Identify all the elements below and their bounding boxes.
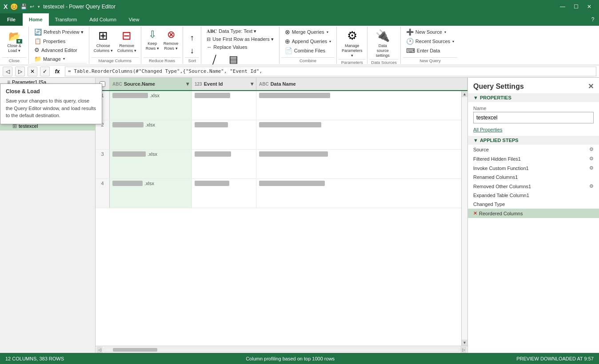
remove-rows-button[interactable]: ⊗ RemoveRows ▾ (162, 28, 180, 52)
query-settings-header: Query Settings ✕ (468, 78, 599, 93)
col-header-data-name[interactable]: ABC Data Name (256, 78, 467, 90)
collapse-steps-icon[interactable]: ▼ (473, 138, 478, 143)
nav-forward-button[interactable]: ▷ (15, 67, 25, 76)
nav-back-button[interactable]: ◁ (3, 67, 12, 76)
formula-confirm-button[interactable]: ✓ (40, 67, 50, 76)
cell-dataname-1[interactable] (256, 91, 467, 120)
col-header-source-name[interactable]: ABC Source.Name ▾ (110, 78, 192, 90)
scroll-down-arrow[interactable]: ▼ (462, 340, 468, 346)
cell-dataname-3[interactable] (256, 150, 467, 178)
manage-params-button[interactable]: ⚙ ManageParameters ▾ (339, 28, 364, 59)
recent-sources-button[interactable]: 🕐 Recent Sources ▾ (403, 37, 457, 46)
query-settings-close-button[interactable]: ✕ (588, 82, 594, 91)
cell-dataname-2[interactable] (256, 120, 467, 149)
step-filtered-label: Filtered Hidden Files1 (473, 156, 521, 162)
merge-queries-button[interactable]: ⊗ Merge Queries ▾ (282, 28, 331, 36)
step-invoke-gear[interactable]: ⚙ (589, 165, 594, 171)
col-filter-eventid[interactable]: ▾ (251, 81, 253, 87)
step-expanded-table[interactable]: Expanded Table Column1 (468, 191, 599, 200)
remove-columns-button[interactable]: ⊟ RemoveColumns ▾ (116, 28, 138, 55)
formula-cancel-button[interactable]: ✕ (28, 67, 37, 76)
tab-file[interactable]: File (0, 13, 23, 26)
step-filtered-gear[interactable]: ⚙ (589, 156, 594, 162)
step-source-gear[interactable]: ⚙ (589, 146, 594, 152)
quick-dropdown[interactable]: ▼ (37, 5, 40, 9)
col-filter-source[interactable]: ▾ (186, 81, 189, 87)
group-by-button[interactable]: ▤ GroupBy (226, 52, 242, 65)
replace-values-icon: ↔ (207, 44, 212, 50)
table-row: 4 .xlsx (96, 179, 467, 208)
tab-transform[interactable]: Transform (49, 13, 84, 26)
vertical-scrollbar[interactable]: ▲ ▼ (461, 91, 467, 346)
choose-columns-button[interactable]: ⊞ ChooseColumns ▾ (92, 28, 115, 55)
query-name-input[interactable] (473, 112, 594, 123)
new-source-button[interactable]: ➕ New Source ▾ (403, 28, 449, 36)
scroll-right-arrow[interactable]: ▷ (460, 347, 467, 353)
replace-values-button[interactable]: ↔ Replace Values (204, 44, 250, 51)
all-properties-link[interactable]: All Properties (468, 127, 599, 136)
collapse-properties-icon[interactable]: ▼ (473, 95, 478, 100)
close-button[interactable]: ✕ (583, 0, 595, 13)
data-grid: ABC Source.Name ▾ 123 Event Id ▾ ABC Dat… (96, 78, 467, 353)
tab-view[interactable]: View (123, 13, 146, 26)
quick-undo[interactable]: ↩ (30, 4, 34, 10)
minimize-button[interactable]: — (556, 0, 569, 13)
sort-asc-button[interactable]: ↑ (186, 32, 198, 44)
help-icon[interactable]: ? (587, 13, 599, 26)
enter-data-button[interactable]: ⌨ Enter Data (403, 46, 443, 55)
cell-eventid-4[interactable] (192, 179, 256, 208)
append-queries-button[interactable]: ⊕ Append Queries ▾ (282, 37, 334, 46)
data-source-settings-button[interactable]: 🔌 Data sourcesettings (370, 28, 395, 59)
cell-source-1[interactable]: .xlsx (110, 91, 192, 120)
split-column-button[interactable]: ⧸ SplitColumn ▾ (204, 52, 225, 65)
properties-label: Properties (43, 39, 65, 44)
advanced-editor-button[interactable]: ⚙ Advanced Editor (32, 46, 80, 54)
refresh-preview-button[interactable]: 🔄 Refresh Preview ▾ (32, 28, 86, 36)
cell-eventid-1[interactable] (192, 91, 256, 120)
step-changed-type[interactable]: Changed Type (468, 200, 599, 209)
cell-eventid-2[interactable] (192, 120, 256, 149)
step-filtered-hidden[interactable]: Filtered Hidden Files1 ⚙ (468, 154, 599, 163)
manage-button[interactable]: 📁 Manage ▾ (32, 55, 68, 63)
step-removed-other[interactable]: Removed Other Columns1 ⚙ (468, 182, 599, 191)
append-dropdown-icon: ▾ (329, 40, 331, 44)
step-invoke-custom[interactable]: Invoke Custom Function1 ⚙ (468, 163, 599, 173)
properties-button[interactable]: 📋 Properties (32, 37, 68, 45)
tab-home[interactable]: Home (23, 13, 49, 26)
maximize-button[interactable]: ☐ (570, 0, 582, 13)
tab-add-column[interactable]: Add Column (83, 13, 123, 26)
col-header-event-id[interactable]: 123 Event Id ▾ (192, 78, 256, 90)
data-type-button[interactable]: 𝐀𝐁𝐂 Data Type: Text ▾ (204, 28, 259, 35)
scroll-up-arrow[interactable]: ▲ (462, 91, 468, 97)
cell-dataname-4[interactable] (256, 179, 467, 208)
step-renamed-cols[interactable]: Renamed Columns1 (468, 173, 599, 182)
scroll-left-arrow[interactable]: ◁ (96, 347, 103, 353)
status-columns-rows: 12 COLUMNS, 383 ROWS (5, 356, 64, 361)
step-source[interactable]: Source ⚙ (468, 145, 599, 154)
cell-eventid-3[interactable] (192, 150, 256, 178)
step-reordered-cols[interactable]: ✕ Reordered Columns (468, 209, 599, 218)
cell-source-2[interactable]: .xlsx (110, 120, 192, 149)
hscroll-track[interactable] (104, 348, 459, 352)
recent-sources-icon: 🕐 (406, 38, 414, 45)
ribbon-tabs: File Home Transform Add Column View ? (0, 13, 599, 26)
close-load-button[interactable]: 📂 ▼ Close &Load ▾ (3, 28, 26, 55)
keep-rows-label: KeepRows ▾ (146, 41, 159, 51)
cell-source-3[interactable]: .xlsx (110, 150, 192, 178)
query-settings-title: Query Settings (473, 83, 524, 91)
use-first-row-button[interactable]: ⊟ Use First Row as Headers ▾ (204, 36, 276, 43)
sort-desc-button[interactable]: ↓ (186, 45, 198, 57)
hscroll-thumb[interactable] (113, 348, 157, 352)
keep-rows-button[interactable]: ⇩ KeepRows ▾ (144, 28, 161, 52)
step-removed-gear[interactable]: ⚙ (589, 183, 594, 189)
formula-input[interactable] (65, 67, 596, 76)
manage-params-icon: ⚙ (347, 29, 357, 43)
step-x-icon[interactable]: ✕ (473, 210, 477, 216)
cell-source-4[interactable]: .xlsx (110, 179, 192, 208)
quick-save[interactable]: 💾 (20, 4, 27, 10)
combine-files-button[interactable]: 📄 Combine Files (282, 46, 328, 55)
horizontal-scrollbar[interactable]: ◁ ▷ (96, 346, 467, 353)
new-query-group-label: New Query (403, 57, 458, 64)
grid-body[interactable]: 1 .xlsx 2 .xlsx (96, 91, 467, 346)
data-type-icon: 𝐀𝐁𝐂 (207, 28, 217, 34)
